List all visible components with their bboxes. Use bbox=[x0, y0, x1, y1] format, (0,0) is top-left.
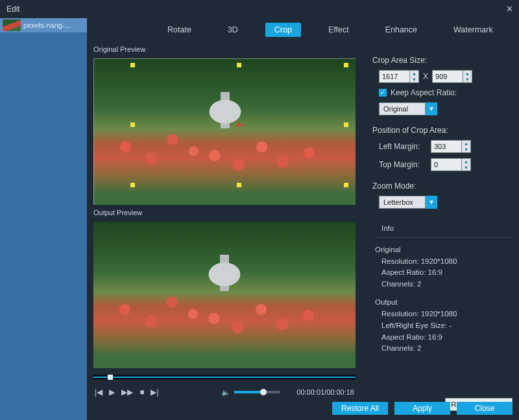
original-channels: Channels: 2 bbox=[375, 279, 513, 290]
crop-width-up-icon[interactable]: ▲ bbox=[410, 71, 418, 76]
volume-control[interactable]: 🔈 bbox=[221, 388, 280, 397]
volume-slider[interactable] bbox=[234, 391, 280, 393]
crop-handle-tl[interactable] bbox=[130, 63, 135, 67]
tab-rotate[interactable]: Rotate bbox=[158, 23, 200, 37]
crop-handle-l[interactable] bbox=[130, 122, 135, 127]
crop-width-input[interactable] bbox=[379, 70, 410, 83]
keep-aspect-label: Keep Aspect Ratio: bbox=[391, 88, 457, 97]
crop-height-input[interactable] bbox=[432, 70, 463, 83]
output-eye: Left/Right Eye Size: - bbox=[375, 320, 513, 332]
play-button[interactable]: ▶ bbox=[109, 388, 115, 397]
left-margin-label: Left Margin: bbox=[379, 142, 427, 151]
left-margin-up-icon[interactable]: ▲ bbox=[462, 141, 470, 146]
aspect-dropdown[interactable]: Original ▼ bbox=[379, 102, 437, 115]
seek-bar[interactable] bbox=[93, 375, 356, 380]
crop-height-down-icon[interactable]: ▼ bbox=[463, 76, 472, 82]
sidebar-thumb[interactable]: pexels-nang-... bbox=[0, 18, 87, 32]
output-preview-label: Output Preview bbox=[93, 209, 366, 216]
thumbnail-image bbox=[3, 19, 21, 31]
top-margin-stepper[interactable]: ▲▼ bbox=[431, 158, 471, 171]
fast-forward-button[interactable]: ▶▶ bbox=[121, 388, 133, 397]
output-header: Output bbox=[375, 297, 513, 309]
dimension-x: X bbox=[423, 72, 428, 81]
thumbnail-label: pexels-nang-... bbox=[23, 21, 71, 29]
crop-width-stepper[interactable]: ▲▼ bbox=[379, 70, 419, 83]
left-margin-input[interactable] bbox=[431, 140, 462, 153]
next-button[interactable]: ▶| bbox=[151, 388, 158, 397]
prev-button[interactable]: |◀ bbox=[95, 388, 103, 397]
close-icon[interactable]: × bbox=[507, 3, 513, 15]
crop-handle-br[interactable] bbox=[344, 183, 348, 187]
crop-handle-bl[interactable] bbox=[130, 183, 135, 187]
time-display: 00:00:01/00:00:18 bbox=[296, 388, 354, 396]
restore-all-button[interactable]: Restore All bbox=[332, 402, 388, 415]
tab-crop[interactable]: Crop bbox=[265, 23, 301, 37]
seek-knob[interactable] bbox=[108, 375, 113, 380]
crop-center-icon[interactable] bbox=[235, 121, 243, 129]
crop-selection[interactable] bbox=[132, 65, 346, 185]
zoom-dropdown[interactable]: Letterbox ▼ bbox=[379, 196, 437, 209]
window-title: Edit bbox=[6, 5, 20, 14]
tabbar: Rotate 3D Crop Effect Enhance Watermark bbox=[87, 18, 519, 41]
left-margin-stepper[interactable]: ▲▼ bbox=[431, 140, 471, 153]
top-margin-up-icon[interactable]: ▲ bbox=[462, 159, 470, 165]
position-title: Position of Crop Area: bbox=[372, 126, 513, 135]
crop-handle-b[interactable] bbox=[237, 183, 241, 187]
crop-handle-t[interactable] bbox=[237, 63, 241, 67]
preview-column: Original Preview bbox=[93, 45, 366, 415]
original-preview[interactable] bbox=[93, 58, 356, 205]
original-aspect: Aspect Ratio: 16:9 bbox=[375, 267, 513, 279]
output-preview bbox=[93, 222, 356, 368]
aspect-dropdown-value: Original bbox=[379, 102, 426, 115]
crop-height-stepper[interactable]: ▲▼ bbox=[432, 70, 472, 83]
crop-height-up-icon[interactable]: ▲ bbox=[463, 71, 472, 76]
zoom-title: Zoom Mode: bbox=[372, 181, 513, 191]
apply-button[interactable]: Apply bbox=[394, 402, 450, 415]
output-aspect: Aspect Ratio: 16:9 bbox=[375, 332, 513, 344]
chevron-down-icon[interactable]: ▼ bbox=[426, 102, 437, 115]
right-panel: Crop Area Size: ▲▼ X ▲▼ ✓ bbox=[372, 45, 513, 415]
player-controls: |◀ ▶ ▶▶ ■ ▶| 🔈 00:00:0 bbox=[93, 384, 356, 401]
top-margin-down-icon[interactable]: ▼ bbox=[462, 165, 470, 170]
volume-knob[interactable] bbox=[260, 389, 267, 395]
info-header: Info bbox=[375, 223, 513, 235]
sidebar: pexels-nang-... bbox=[0, 18, 87, 420]
tab-enhance[interactable]: Enhance bbox=[376, 23, 426, 37]
original-resolution: Resolution: 1920*1080 bbox=[375, 256, 513, 268]
keep-aspect-checkbox[interactable]: ✓ bbox=[379, 89, 387, 97]
top-margin-input[interactable] bbox=[431, 158, 462, 171]
volume-icon[interactable]: 🔈 bbox=[221, 388, 230, 397]
footer-buttons: Restore All Apply Close bbox=[332, 402, 513, 415]
left-margin-down-icon[interactable]: ▼ bbox=[462, 146, 470, 152]
tab-effect[interactable]: Effect bbox=[319, 23, 358, 37]
top-margin-label: Top Margin: bbox=[379, 160, 427, 169]
tab-watermark[interactable]: Watermark bbox=[444, 23, 502, 37]
original-preview-label: Original Preview bbox=[93, 45, 366, 53]
tab-3d[interactable]: 3D bbox=[219, 23, 247, 37]
zoom-dropdown-value: Letterbox bbox=[379, 196, 426, 209]
crop-handle-tr[interactable] bbox=[344, 63, 348, 67]
output-channels: Channels: 2 bbox=[375, 343, 513, 355]
stop-button[interactable]: ■ bbox=[139, 388, 144, 397]
original-header: Original bbox=[375, 244, 513, 256]
edit-window: Edit × pexels-nang-... Rotate 3D Crop Ef… bbox=[0, 0, 519, 420]
output-resolution: Resolution: 1920*1080 bbox=[375, 309, 513, 320]
info-section: Info Original Resolution: 1920*1080 Aspe… bbox=[372, 223, 513, 355]
crop-handle-r[interactable] bbox=[344, 122, 348, 127]
crop-area-title: Crop Area Size: bbox=[372, 56, 513, 65]
crop-width-down-icon[interactable]: ▼ bbox=[410, 76, 418, 82]
close-button[interactable]: Close bbox=[457, 402, 513, 415]
titlebar: Edit × bbox=[0, 0, 519, 18]
chevron-down-icon[interactable]: ▼ bbox=[426, 196, 437, 209]
